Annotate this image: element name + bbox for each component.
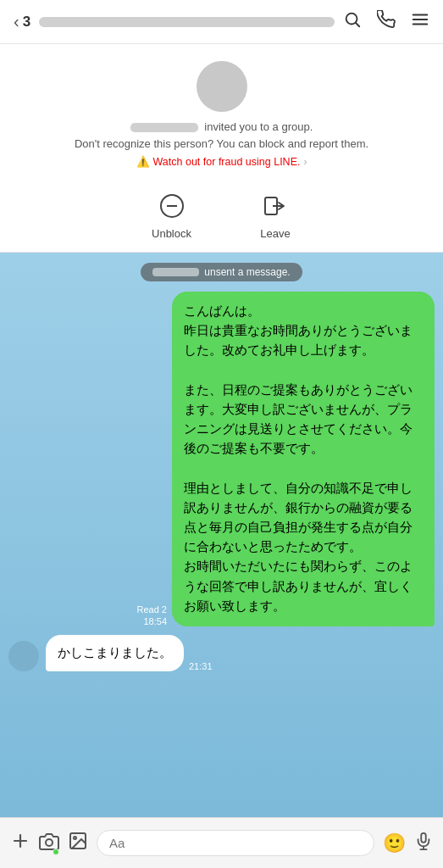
camera-dot — [53, 849, 59, 855]
warning-icon: ⚠️ — [136, 155, 150, 168]
camera-icon-wrap[interactable] — [39, 832, 59, 855]
unblock-icon — [156, 190, 188, 222]
svg-point-13 — [74, 837, 76, 839]
incoming-message-text: かしこまりました。 — [58, 646, 172, 659]
phone-icon[interactable] — [377, 10, 396, 33]
message-input[interactable] — [97, 830, 374, 856]
svg-line-1 — [356, 23, 359, 26]
header-icons — [343, 10, 429, 33]
avatar — [197, 61, 247, 112]
svg-point-0 — [346, 14, 357, 25]
unsent-notice: unsent a message. — [8, 263, 435, 281]
chat-area: unsent a message. Read 2 18:54 こんばんは。 昨日… — [0, 253, 443, 849]
incoming-bubble: かしこまりました。 — [46, 635, 184, 671]
message-meta-left: 21:31 — [189, 661, 213, 671]
unblock-button[interactable]: Unblock — [152, 190, 191, 240]
leave-icon — [259, 190, 291, 222]
search-icon[interactable] — [343, 10, 362, 33]
message-time-incoming: 21:31 — [189, 661, 213, 671]
emoji-icon[interactable]: 🙂 — [383, 832, 406, 854]
incoming-message-row: かしこまりました。 21:31 — [8, 635, 435, 671]
unblock-label: Unblock — [152, 227, 191, 240]
input-bar: 🙂 — [0, 817, 443, 868]
fraud-warning-link[interactable]: ⚠️ Watch out for fraud using LINE. › — [136, 155, 307, 168]
back-chevron-icon: ‹ — [14, 12, 19, 31]
unread-count: 3 — [23, 14, 30, 31]
menu-icon[interactable] — [411, 10, 429, 33]
back-button[interactable]: ‹ 3 — [14, 12, 30, 31]
outgoing-bubble: こんばんは。 昨日は貴重なお時間ありがとうございました。改めてお礼申し上げます。… — [172, 292, 435, 626]
fraud-chevron-icon: › — [303, 156, 307, 168]
leave-label: Leave — [260, 227, 290, 240]
contact-name-bar — [39, 17, 335, 27]
svg-point-11 — [46, 839, 53, 846]
leave-button[interactable]: Leave — [259, 190, 291, 240]
outgoing-message-text: こんばんは。 昨日は貴重なお時間ありがとうございました。改めてお礼申し上げます。… — [184, 304, 413, 613]
outgoing-message-row: Read 2 18:54 こんばんは。 昨日は貴重なお時間ありがとうございました… — [8, 292, 435, 626]
unsent-bubble: unsent a message. — [141, 263, 302, 281]
plus-icon[interactable] — [10, 831, 30, 856]
header: ‹ 3 — [0, 0, 443, 44]
message-time-outgoing: 18:54 — [143, 616, 167, 626]
message-meta-right: Read 2 18:54 — [137, 604, 167, 626]
profile-section: invited you to a group. Don't recognize … — [0, 44, 443, 176]
inviter-name-bar — [130, 123, 198, 132]
mic-icon[interactable] — [414, 832, 433, 855]
incoming-avatar — [8, 641, 39, 671]
read-receipt: Read 2 — [137, 604, 167, 615]
action-buttons: Unblock Leave — [0, 176, 443, 253]
image-icon[interactable] — [68, 831, 88, 856]
svg-rect-14 — [421, 832, 426, 842]
invite-text: invited you to a group. Don't recognize … — [75, 119, 368, 152]
unsent-name-bar — [152, 268, 199, 276]
